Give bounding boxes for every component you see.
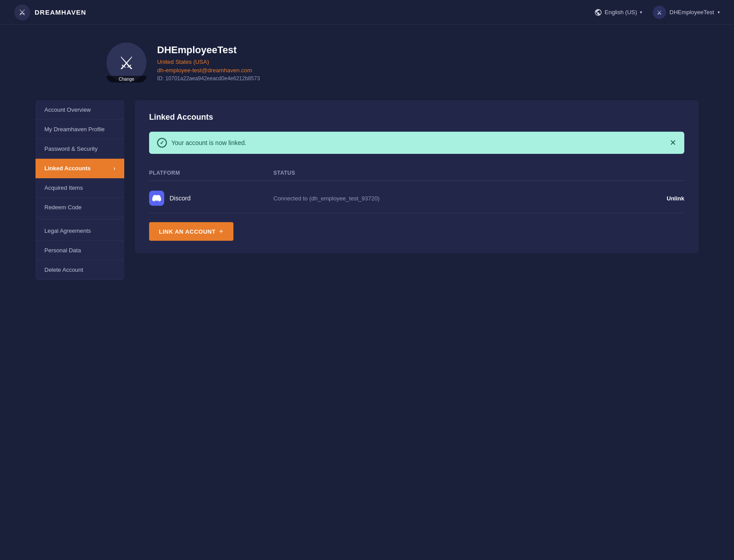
column-header-status: Status: [273, 170, 684, 176]
discord-logo-icon: [152, 194, 161, 203]
avatar-change-button[interactable]: Change: [107, 76, 146, 82]
sidebar-item-label: Password & Security: [44, 145, 98, 152]
main-layout: Account Overview My Dreamhaven Profile P…: [0, 100, 734, 280]
discord-icon: [149, 191, 164, 206]
sidebar-item-redeem-code[interactable]: Redeem Code: [36, 198, 124, 217]
panel-title: Linked Accounts: [149, 113, 684, 122]
cell-platform: Discord: [149, 191, 273, 206]
sidebar-active-chevron-icon: ›: [114, 165, 115, 172]
logo-text: DREAMHAVEN: [35, 8, 86, 16]
sidebar-item-label: Acquired Items: [44, 184, 83, 191]
user-avatar-icon: ⚔: [653, 6, 666, 19]
globe-icon: [594, 8, 602, 16]
profile-email: dh-employee-test@dreamhaven.com: [157, 67, 260, 74]
table-header: Platform Status: [149, 166, 684, 181]
sidebar-item-label: Redeem Code: [44, 204, 82, 211]
profile-header: ⚔ Change DHEmployeeTest United States (U…: [0, 25, 734, 100]
sidebar-item-label: Delete Account: [44, 266, 83, 273]
column-header-platform: Platform: [149, 170, 273, 176]
platform-name: Discord: [170, 195, 190, 202]
sidebar-divider: [36, 219, 124, 219]
sidebar: Account Overview My Dreamhaven Profile P…: [36, 100, 124, 280]
dreamhaven-logo-icon: ⚔: [14, 4, 30, 20]
user-menu[interactable]: ⚔ DHEmployeeTest ▾: [653, 6, 720, 19]
language-selector[interactable]: English (US) ▾: [594, 8, 642, 16]
unlink-button[interactable]: Unlink: [667, 195, 684, 202]
language-label: English (US): [605, 9, 637, 16]
sidebar-item-my-dreamhaven-profile[interactable]: My Dreamhaven Profile: [36, 120, 124, 139]
sidebar-item-label: My Dreamhaven Profile: [44, 126, 105, 133]
cell-status: Connected to (dh_employee_test_93720): [273, 195, 667, 202]
topnav: ⚔ DREAMHAVEN English (US) ▾ ⚔ DHEmployee…: [0, 0, 734, 25]
sidebar-item-delete-account[interactable]: Delete Account: [36, 260, 124, 280]
success-banner: Your account is now linked. ✕: [149, 132, 684, 154]
user-menu-chevron-icon: ▾: [718, 10, 720, 15]
banner-close-button[interactable]: ✕: [670, 139, 676, 147]
logo[interactable]: ⚔ DREAMHAVEN: [14, 4, 86, 20]
profile-country: United States (USA): [157, 59, 260, 65]
topnav-right: English (US) ▾ ⚔ DHEmployeeTest ▾: [594, 6, 720, 19]
link-account-button[interactable]: LINK AN ACCOUNT +: [149, 222, 233, 241]
language-chevron-icon: ▾: [640, 10, 642, 15]
avatar-wrap: ⚔ Change: [107, 43, 146, 82]
success-banner-left: Your account is now linked.: [157, 138, 246, 148]
profile-info: DHEmployeeTest United States (USA) dh-em…: [157, 43, 260, 82]
svg-text:⚔: ⚔: [118, 53, 134, 73]
table-row: Discord Connected to (dh_employee_test_9…: [149, 184, 684, 213]
sidebar-item-account-overview[interactable]: Account Overview: [36, 100, 124, 120]
success-banner-message: Your account is now linked.: [171, 139, 246, 146]
content-panel: Linked Accounts Your account is now link…: [135, 100, 698, 253]
sidebar-item-legal-agreements[interactable]: Legal Agreements: [36, 221, 124, 241]
link-account-plus-icon: +: [219, 227, 224, 235]
success-icon: [157, 138, 167, 148]
sidebar-item-label: Account Overview: [44, 106, 91, 113]
accounts-table: Platform Status Discord Connected to (dh…: [149, 166, 684, 213]
svg-text:⚔: ⚔: [19, 8, 26, 17]
sidebar-item-password-security[interactable]: Password & Security: [36, 139, 124, 159]
sidebar-item-label: Linked Accounts: [44, 165, 91, 172]
sidebar-item-label: Legal Agreements: [44, 227, 91, 234]
profile-name: DHEmployeeTest: [157, 44, 260, 56]
sidebar-item-acquired-items[interactable]: Acquired Items: [36, 178, 124, 198]
user-avatar-small: ⚔: [653, 6, 666, 19]
link-account-label: LINK AN ACCOUNT: [159, 228, 216, 235]
username-label: DHEmployeeTest: [670, 9, 714, 16]
sidebar-item-personal-data[interactable]: Personal Data: [36, 241, 124, 260]
sidebar-item-label: Personal Data: [44, 247, 81, 254]
profile-id: ID: 10701a22aea942eeacd0e4e6212b8573: [157, 75, 260, 82]
svg-text:⚔: ⚔: [657, 9, 662, 16]
sidebar-item-linked-accounts[interactable]: Linked Accounts ›: [36, 159, 124, 178]
